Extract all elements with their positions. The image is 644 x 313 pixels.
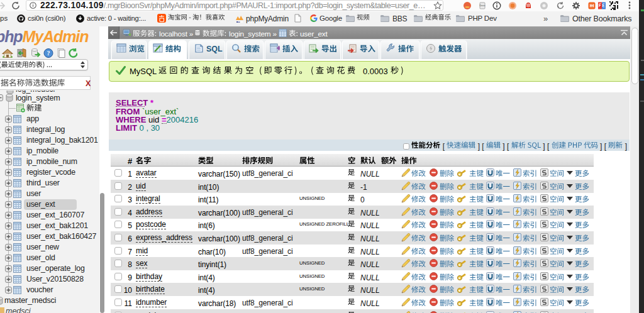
svg-text:?: ? — [47, 50, 50, 57]
svg-text:Doss: Doss — [479, 4, 485, 7]
svg-text:PMA: PMA — [238, 21, 243, 23]
